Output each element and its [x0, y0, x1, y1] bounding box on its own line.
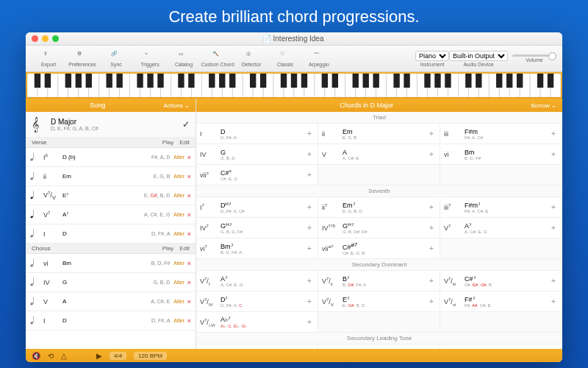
add-chord-button[interactable]: +	[549, 203, 558, 211]
song-chord-row[interactable]: 𝅗𝅥viBmB, D, F#Alter×	[26, 254, 196, 273]
chord-grid-cell[interactable]: I7Dᴹ⁷D, F#, A, C#+	[196, 197, 318, 218]
add-chord-button[interactable]: +	[305, 297, 314, 305]
metronome-icon[interactable]: △	[61, 352, 67, 360]
chord-grid-cell[interactable]: V7/iiB⁷B, D#, F#, A+	[318, 271, 440, 291]
delete-chord-button[interactable]: ×	[187, 192, 191, 199]
minimize-window-button[interactable]	[42, 35, 49, 42]
chord-grid-cell[interactable]: V7/♭VIA♭⁷A♭, C, E♭, G♭+	[196, 312, 318, 333]
delete-chord-button[interactable]: ×	[187, 260, 191, 267]
instrument-select[interactable]: Piano	[415, 51, 449, 61]
chord-grid-cell[interactable]: viBmB, D, F#+	[440, 144, 562, 165]
chord-grid-cell[interactable]: vii7/C#°⁷+	[196, 344, 318, 349]
chord-grid-cell[interactable]: V7/IA⁷A, C#, E, G+	[196, 271, 318, 291]
chord-grid-cell[interactable]: V7/IVD⁷D, F#, A, C+	[196, 291, 318, 312]
alter-link[interactable]: Alter	[173, 231, 184, 236]
add-chord-button[interactable]: +	[549, 224, 558, 232]
audio-device-select[interactable]: Built-in Output	[449, 51, 508, 61]
delete-chord-button[interactable]: ×	[187, 173, 191, 180]
chord-grid-cell[interactable]: iii7F#m⁷F#, A, C#, E+	[440, 197, 562, 218]
toolbar-preferences[interactable]: ⚙Preferences	[65, 51, 99, 67]
toolbar-classic[interactable]: ♡Classic	[268, 51, 302, 67]
add-chord-button[interactable]: +	[549, 297, 558, 305]
mute-icon[interactable]: 🔇	[32, 352, 40, 360]
chord-grid-cell[interactable]: IVGG, B, D+	[196, 144, 318, 165]
alter-link[interactable]: Alter	[173, 280, 184, 285]
chord-grid-cell[interactable]: VAA, C#, E+	[318, 144, 440, 165]
song-chord-row[interactable]: 𝅘𝅥V7/VE⁷E, G#, B, DAlter×	[26, 186, 196, 205]
toolbar-custom-chord[interactable]: 🔨Custom Chord	[201, 51, 234, 67]
chord-grid-cell[interactable]: vii°C#°C#, E, G+	[196, 165, 318, 185]
close-window-button[interactable]	[32, 35, 38, 42]
chord-grid-cell[interactable]: vii7/F°⁷+	[440, 344, 562, 349]
alter-link[interactable]: Alter	[173, 299, 184, 304]
alter-link[interactable]: Alter	[173, 212, 184, 217]
add-chord-button[interactable]: +	[305, 130, 314, 138]
song-chord-row[interactable]: 𝅗𝅥IDD, F#, AAlter×	[26, 224, 196, 244]
add-chord-button[interactable]: +	[305, 171, 314, 179]
delete-chord-button[interactable]: ×	[187, 317, 191, 325]
alter-link[interactable]: Alter	[173, 174, 184, 179]
add-chord-button[interactable]: +	[549, 277, 558, 285]
add-chord-button[interactable]: +	[305, 318, 314, 326]
alter-link[interactable]: Alter	[173, 155, 184, 160]
delete-chord-button[interactable]: ×	[187, 298, 191, 305]
chord-grid-cell[interactable]: viiø7C#ø7C#, E, G, B+	[318, 238, 440, 259]
add-chord-button[interactable]: +	[305, 244, 314, 252]
chord-grid-cell[interactable]: IDD, F#, A+	[196, 124, 318, 144]
song-chord-row[interactable]: 𝅗𝅥I6D (b)F#, A, DAlter×	[26, 148, 196, 167]
add-chord-button[interactable]: +	[305, 277, 314, 285]
alter-link[interactable]: Alter	[173, 261, 184, 266]
delete-chord-button[interactable]: ×	[187, 211, 191, 219]
chord-grid-cell[interactable]: vii7/E♭°⁷+	[318, 344, 440, 349]
volume-slider[interactable]	[512, 54, 556, 57]
loop-icon[interactable]: ⟲	[48, 352, 54, 360]
add-chord-button[interactable]: +	[427, 203, 436, 211]
chord-grid-cell[interactable]: ii7Em⁷E, G, B, D+	[318, 197, 440, 218]
chord-grid-cell[interactable]: V7/VE⁷E, G#, B, D+	[318, 291, 440, 312]
play-button[interactable]: ▶	[96, 352, 102, 360]
section-edit[interactable]: Edit	[179, 245, 190, 252]
delete-chord-button[interactable]: ×	[187, 154, 191, 161]
song-chord-row[interactable]: 𝅗𝅥iiEmE, G, BAlter×	[26, 167, 196, 186]
chord-grid-cell[interactable]: IV7♯5Gᴹ⁷G, B, D#, F#+	[318, 218, 440, 238]
chord-grid-cell[interactable]: IV7Gᴹ⁷G, B, D, F#+	[196, 218, 318, 238]
chord-grid-cell[interactable]: V7/iiiC#⁷C#, E#, G#, B+	[440, 271, 562, 291]
add-chord-button[interactable]: +	[305, 203, 314, 211]
toolbar-arpeggio[interactable]: 〰Arpeggio	[302, 51, 336, 67]
time-signature[interactable]: 4/4	[110, 352, 126, 360]
add-chord-button[interactable]: +	[427, 150, 436, 158]
add-chord-button[interactable]: +	[549, 130, 558, 138]
chord-grid-cell[interactable]: vi7Bm⁷B, D, F#, A+	[196, 238, 318, 259]
song-chord-row[interactable]: 𝅗𝅥IVGG, B, DAlter×	[26, 273, 196, 292]
zoom-window-button[interactable]	[52, 35, 59, 42]
add-chord-button[interactable]: +	[427, 244, 436, 252]
delete-chord-button[interactable]: ×	[187, 279, 191, 286]
add-chord-button[interactable]: +	[549, 150, 558, 158]
key-row[interactable]: 𝄞 D Major D, E, F#, G, A, B, C# ✓	[26, 112, 196, 138]
song-chord-row[interactable]: 𝅗𝅥IDD, F#, AAlter×	[26, 311, 196, 330]
toolbar-export[interactable]: ⇪Export	[32, 51, 65, 67]
alter-link[interactable]: Alter	[173, 193, 184, 198]
song-chord-row[interactable]: 𝅘𝅥V7A⁷A, C#, E, GAlter×	[26, 205, 196, 224]
add-chord-button[interactable]: +	[305, 150, 314, 158]
toolbar-triggers[interactable]: ⌁Triggers	[133, 51, 167, 67]
toolbar-sync[interactable]: 🔗Sync	[99, 51, 133, 67]
borrow-menu[interactable]: Borrow ⌄	[531, 102, 556, 109]
add-chord-button[interactable]: +	[427, 277, 436, 285]
delete-chord-button[interactable]: ×	[187, 230, 191, 238]
section-play[interactable]: Play	[162, 139, 174, 146]
section-play[interactable]: Play	[162, 245, 174, 252]
toolbar-catalog[interactable]: ▭Catalog	[167, 51, 201, 67]
add-chord-button[interactable]: +	[427, 130, 436, 138]
section-edit[interactable]: Edit	[179, 139, 190, 146]
toolbar-detector[interactable]: ◎Detector	[234, 51, 268, 67]
song-actions-menu[interactable]: Actions ⌄	[164, 102, 190, 109]
song-chord-row[interactable]: 𝅗𝅥VAA, C#, EAlter×	[26, 292, 196, 311]
add-chord-button[interactable]: +	[305, 224, 314, 232]
tempo[interactable]: 120 BPM	[134, 352, 167, 360]
chord-grid-cell[interactable]: V7/viF#⁷F#, A#, C#, E+	[440, 291, 562, 312]
chord-grid-cell[interactable]: iiEmE, G, B+	[318, 124, 440, 144]
add-chord-button[interactable]: +	[427, 224, 436, 232]
piano-keyboard[interactable]	[26, 72, 562, 99]
add-chord-button[interactable]: +	[427, 297, 436, 305]
